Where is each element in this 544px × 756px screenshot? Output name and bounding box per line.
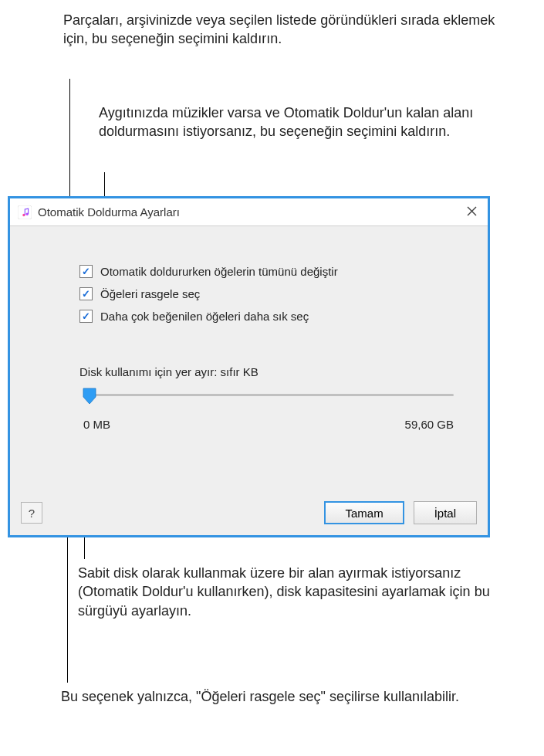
- checkbox-higher-rated[interactable]: [79, 310, 93, 323]
- option-replace-all-row: Otomatik doldururken öğelerin tümünü değ…: [79, 265, 465, 278]
- close-button[interactable]: [464, 202, 480, 223]
- label-replace-all: Otomatik doldururken öğelerin tümünü değ…: [100, 265, 338, 278]
- callout-text-higher-rated: Bu seçenek yalnızca, "Öğeleri rasgele se…: [61, 687, 459, 706]
- callout-text-replace: Aygıtınızda müzikler varsa ve Otomatik D…: [99, 103, 531, 141]
- cancel-button[interactable]: İptal: [414, 501, 477, 524]
- ok-button[interactable]: Tamam: [324, 501, 404, 524]
- slider-thumb[interactable]: [82, 388, 97, 405]
- option-higher-rated-row: Daha çok beğenilen öğeleri daha sık seç: [79, 310, 465, 323]
- option-random-row: Öğeleri rasgele seç: [79, 287, 465, 300]
- slider-min-label: 0 MB: [83, 418, 110, 431]
- slider-label: Disk kullanımı için yer ayır: sıfır KB: [79, 365, 465, 378]
- music-app-icon: [18, 205, 32, 219]
- callout-text-slider: Sabit disk olarak kullanmak üzere bir al…: [78, 564, 510, 620]
- slider-track: [83, 394, 454, 396]
- callout-text-random: Parçaları, arşivinizde veya seçilen list…: [63, 11, 495, 49]
- disk-reserve-section: Disk kullanımı için yer ayır: sıfır KB 0…: [79, 365, 465, 431]
- dialog-title: Otomatik Doldurma Ayarları: [38, 205, 464, 219]
- titlebar: Otomatik Doldurma Ayarları: [10, 198, 488, 226]
- label-higher-rated: Daha çok beğenilen öğeleri daha sık seç: [100, 310, 309, 323]
- label-random: Öğeleri rasgele seç: [100, 287, 200, 300]
- dialog-footer: ? Tamam İptal: [21, 501, 477, 524]
- checkbox-random[interactable]: [79, 287, 93, 300]
- slider-range-labels: 0 MB 59,60 GB: [83, 418, 454, 431]
- help-button[interactable]: ?: [21, 502, 42, 524]
- disk-reserve-slider[interactable]: [83, 394, 454, 396]
- autofill-settings-dialog: Otomatik Doldurma Ayarları Otomatik dold…: [8, 196, 490, 537]
- checkbox-replace-all[interactable]: [79, 265, 93, 278]
- dialog-body: Otomatik doldururken öğelerin tümünü değ…: [10, 226, 488, 535]
- slider-max-label: 59,60 GB: [405, 418, 454, 431]
